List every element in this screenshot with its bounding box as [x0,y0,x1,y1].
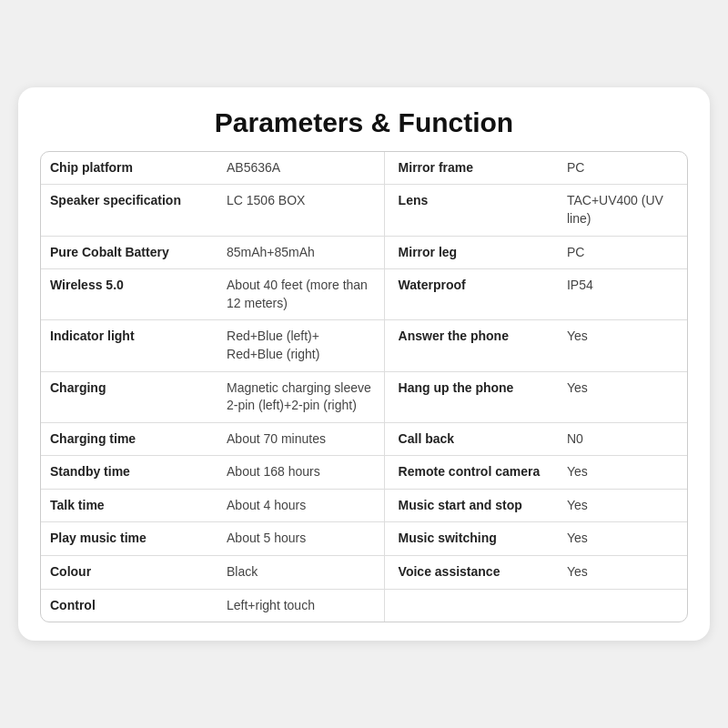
param-value-right: Yes [558,556,687,590]
param-label-left: Chip platform [41,152,217,185]
table-row: Play music timeAbout 5 hoursMusic switch… [41,522,687,556]
param-value-right: Yes [558,522,687,556]
table-row: ControlLeft+right touch [41,589,687,622]
param-label-left: Charging [41,371,217,422]
param-label-left: Pure Cobalt Battery [41,236,217,269]
param-label-right: Remote control camera [386,456,558,490]
table-row: Chip platformAB5636AMirror framePC [41,152,687,185]
param-label-right: Voice assistance [386,556,558,590]
param-value-right: PC [558,152,687,185]
param-value-left: About 40 feet (more than 12 meters) [217,269,384,320]
table-row: ChargingMagnetic charging sleeve 2-pin (… [41,371,687,422]
param-label-left: Play music time [41,522,217,556]
param-label-right: Call back [386,422,558,456]
param-label-right: Music switching [386,522,558,556]
table-row: Wireless 5.0About 40 feet (more than 12 … [41,269,687,320]
param-value-right: TAC+UV400 (UV line) [558,185,687,236]
table-row: Charging timeAbout 70 minutesCall backN0 [41,422,687,456]
param-label-left: Wireless 5.0 [41,269,217,320]
param-value-left: Magnetic charging sleeve 2-pin (left)+2-… [217,371,384,422]
table-row: Pure Cobalt Battery85mAh+85mAhMirror leg… [41,236,687,269]
param-value-left: About 4 hours [217,489,384,522]
param-label-left: Talk time [41,489,217,522]
param-label-left: Speaker specification [41,185,217,236]
card: Parameters & Function Chip platformAB563… [18,87,710,642]
param-label-left: Indicator light [41,320,217,371]
param-value-right: N0 [558,422,687,456]
param-label-right: Mirror leg [386,236,558,269]
param-value-left: Left+right touch [217,589,384,622]
param-value-left: Black [217,556,384,590]
param-label-right: Answer the phone [386,320,558,371]
param-label-left: Charging time [41,422,217,456]
param-label-right: Music start and stop [386,489,558,522]
param-value-right: Yes [558,456,687,490]
param-value-left: About 5 hours [217,522,384,556]
parameters-table: Chip platformAB5636AMirror framePCSpeake… [40,151,688,623]
param-value-left: 85mAh+85mAh [217,236,384,269]
table-row: Speaker specificationLC 1506 BOXLensTAC+… [41,185,687,236]
table-row: Standby timeAbout 168 hoursRemote contro… [41,456,687,490]
param-label-right: Mirror frame [386,152,558,185]
param-label-right: Waterproof [386,269,558,320]
param-value-right: Yes [558,371,687,422]
table-row: ColourBlackVoice assistanceYes [41,556,687,590]
param-value-left: About 70 minutes [217,422,384,456]
param-value-right: Yes [558,489,687,522]
table-row: Indicator lightRed+Blue (left)+ Red+Blue… [41,320,687,371]
param-value-left: AB5636A [217,152,384,185]
param-value-right: Yes [558,320,687,371]
page-title: Parameters & Function [40,107,688,138]
param-label-right [386,589,558,622]
param-label-left: Standby time [41,456,217,490]
table-row: Talk timeAbout 4 hoursMusic start and st… [41,489,687,522]
param-label-right: Hang up the phone [386,371,558,422]
param-value-left: Red+Blue (left)+ Red+Blue (right) [217,320,384,371]
param-value-right: IP54 [558,269,687,320]
param-label-right: Lens [386,185,558,236]
param-label-left: Colour [41,556,217,590]
param-value-left: LC 1506 BOX [217,185,384,236]
param-label-left: Control [41,589,217,622]
param-value-right: PC [558,236,687,269]
param-value-right [558,589,687,622]
param-value-left: About 168 hours [217,456,384,490]
